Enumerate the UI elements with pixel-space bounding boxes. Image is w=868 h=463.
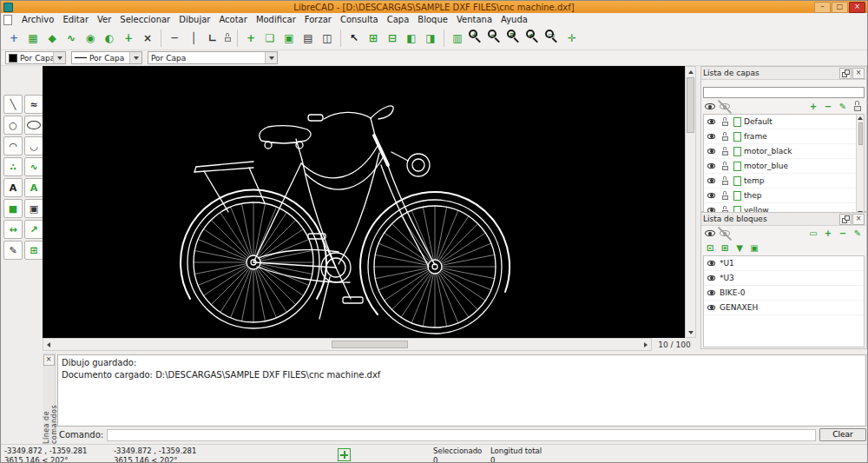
layer-visibility-icon[interactable]	[706, 146, 717, 157]
add-block-icon[interactable]: +	[821, 227, 835, 241]
remove-layer-icon[interactable]: −	[821, 100, 835, 114]
zoom-previous-icon[interactable]: ◂	[524, 29, 543, 48]
save-block-icon[interactable]: ▼	[733, 241, 746, 255]
remove-block-icon[interactable]: −	[836, 227, 850, 241]
show-all-blocks-icon[interactable]	[703, 227, 717, 241]
draw-order-icon[interactable]: ▥	[448, 29, 467, 48]
block-visibility-icon[interactable]	[706, 288, 717, 299]
drawing-canvas[interactable]	[43, 66, 685, 338]
block-row[interactable]: BIKE-0	[704, 286, 864, 301]
layer-lock-icon[interactable]	[720, 190, 731, 202]
layer-lock-icon[interactable]	[720, 161, 731, 172]
snap-indicator-icon[interactable]	[338, 448, 351, 461]
layer-color-icon[interactable]	[733, 147, 741, 156]
layer-color-icon[interactable]	[733, 191, 741, 201]
insert-block-icon[interactable]: ⊞	[718, 241, 732, 255]
layer-color-icon[interactable]	[733, 162, 741, 171]
leader-tool-icon[interactable]: ↗	[24, 220, 43, 239]
horizontal-scrollbar[interactable]	[43, 338, 652, 351]
point-tool-icon[interactable]: ∴	[3, 157, 23, 176]
zoom-pan-icon[interactable]: ✛	[562, 29, 582, 48]
print-icon[interactable]: ▤	[299, 29, 318, 48]
layer-row[interactable]: thep	[704, 189, 864, 203]
linewidth-combo[interactable]: Por Capa	[148, 51, 278, 64]
layer-lock-icon[interactable]	[720, 175, 731, 187]
linetype-combo[interactable]: Por Capa	[71, 51, 142, 64]
layer-row[interactable]: motor_blue	[704, 159, 864, 174]
chevron-down-icon[interactable]	[129, 52, 141, 63]
scroll-thumb[interactable]	[858, 122, 863, 145]
zoom-window-icon[interactable]: ▭	[543, 29, 562, 48]
circle-tool-icon[interactable]: ○	[3, 116, 23, 135]
layer-search-input[interactable]	[703, 87, 865, 98]
select-all-icon[interactable]: ◨	[421, 29, 440, 48]
add-layer-icon[interactable]: +	[806, 100, 820, 114]
horizontal-scroll-thumb[interactable]	[332, 341, 408, 348]
snap-middle-icon[interactable]: ◐	[100, 29, 119, 48]
vertical-scroll-thumb[interactable]	[687, 77, 694, 133]
menu-ayuda[interactable]: Ayuda	[496, 15, 532, 24]
restrict-orthogonal-icon[interactable]: ∟	[203, 29, 222, 48]
layer-list-scrollbar[interactable]	[856, 115, 864, 216]
lock-all-layers-icon[interactable]	[851, 100, 865, 114]
block-tool-icon[interactable]: ⊞	[24, 241, 43, 260]
menu-ventana[interactable]: Ventana	[452, 15, 496, 24]
menu-bloque[interactable]: Bloque	[413, 15, 452, 24]
command-input[interactable]	[107, 429, 816, 441]
rename-block-icon[interactable]: ✎	[851, 227, 865, 241]
scroll-up-icon[interactable]	[686, 67, 695, 76]
arc-tool-icon[interactable]: ◠	[3, 136, 23, 155]
block-row[interactable]: GENAXEH	[704, 301, 864, 315]
new-document-icon[interactable]: +	[241, 29, 260, 48]
snap-free-icon[interactable]: +	[4, 29, 23, 48]
snap-endpoint-icon[interactable]: ◆	[43, 29, 62, 48]
block-visibility-icon[interactable]	[706, 273, 717, 284]
layer-lock-icon[interactable]	[720, 116, 731, 128]
block-visibility-icon[interactable]	[706, 258, 717, 269]
text-tool-icon[interactable]: A	[3, 178, 23, 197]
vertical-scrollbar[interactable]	[685, 66, 696, 338]
menu-ver[interactable]: Ver	[93, 15, 115, 24]
edit-block-icon[interactable]: ⊡	[703, 241, 717, 255]
restrict-horizontal-icon[interactable]: ─	[165, 29, 184, 48]
chevron-down-icon[interactable]	[265, 52, 277, 63]
create-block-icon[interactable]: ▭	[806, 227, 820, 241]
hide-all-layers-icon[interactable]	[718, 100, 732, 114]
modify-tool-icon[interactable]: ✎	[3, 241, 23, 260]
block-row[interactable]: *U1	[704, 256, 864, 271]
layer-lock-icon[interactable]	[720, 146, 731, 157]
clear-button[interactable]: Clear	[819, 428, 866, 441]
layer-color-icon[interactable]	[733, 117, 741, 127]
maximize-button[interactable]: □	[832, 2, 848, 13]
lock-relative-zero-icon[interactable]	[222, 32, 233, 43]
selection-pointer-icon[interactable]: ↖	[345, 29, 364, 48]
layer-visibility-icon[interactable]	[706, 161, 717, 172]
scroll-down-icon[interactable]	[686, 327, 695, 337]
spline-tool-icon[interactable]: ∿	[24, 157, 43, 176]
image-tool-icon[interactable]: ▣	[24, 199, 43, 218]
chevron-down-icon[interactable]	[53, 52, 65, 63]
scroll-right-icon[interactable]	[641, 339, 651, 350]
menu-capa[interactable]: Capa	[383, 15, 414, 24]
polyline-tool-icon[interactable]: ≈	[24, 95, 43, 114]
attributes-block-icon[interactable]: ▣	[747, 241, 761, 255]
open-document-icon[interactable]: ❏	[260, 29, 279, 48]
hatch-tool-icon[interactable]: ■	[3, 199, 23, 218]
command-history[interactable]: Dibujo guardado: Documento cargado: D:\D…	[57, 354, 866, 427]
modify-layer-icon[interactable]: ✎	[836, 100, 850, 114]
auto-zoom-icon[interactable]: a	[505, 29, 524, 48]
layer-row[interactable]: motor_black	[704, 144, 864, 159]
dimension-tool-icon[interactable]: ↔	[3, 220, 23, 239]
save-document-icon[interactable]: ▣	[279, 29, 299, 48]
ellipse-tool-icon[interactable]	[24, 116, 43, 135]
block-row[interactable]: *U3	[704, 271, 864, 286]
layer-row[interactable]: Default	[704, 115, 864, 129]
snap-distance-icon[interactable]: ∔	[119, 29, 138, 48]
close-command-dock-button[interactable]: ×	[43, 354, 55, 366]
color-combo[interactable]: Por Capa	[5, 51, 66, 64]
menu-consulta[interactable]: Consulta	[336, 15, 383, 24]
menu-editar[interactable]: Editar	[58, 15, 93, 24]
menu-acotar[interactable]: Acotar	[214, 15, 251, 24]
snap-center-icon[interactable]: ◉	[81, 29, 100, 48]
snap-intersection-icon[interactable]: ×	[138, 29, 157, 48]
